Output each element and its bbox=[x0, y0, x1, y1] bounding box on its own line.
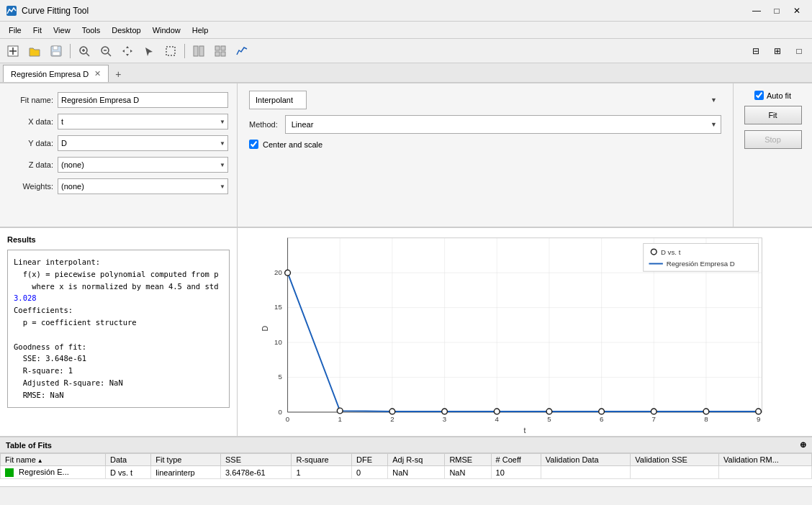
method-select[interactable]: Linear bbox=[285, 115, 721, 134]
stop-button[interactable]: Stop bbox=[744, 130, 802, 149]
minimize-button[interactable]: — bbox=[747, 4, 766, 18]
plot-button[interactable] bbox=[232, 42, 252, 60]
save-button[interactable] bbox=[46, 42, 66, 60]
pan-button[interactable] bbox=[117, 42, 137, 60]
data-point-2 bbox=[389, 409, 395, 414]
results-line-10: RMSE: NaN bbox=[14, 389, 223, 401]
window-title: Curve Fitting Tool bbox=[22, 6, 747, 16]
title-bar: Curve Fitting Tool — □ ✕ bbox=[0, 0, 812, 22]
weights-select[interactable]: (none) bbox=[58, 178, 228, 194]
col-validation-rm[interactable]: Validation RM... bbox=[719, 454, 812, 466]
fit-name-input[interactable] bbox=[58, 92, 228, 108]
center-scale-checkbox[interactable] bbox=[249, 140, 258, 149]
svg-text:20: 20 bbox=[274, 268, 282, 276]
fit-type-select[interactable]: Interpolant bbox=[249, 91, 307, 109]
new-fit-button[interactable] bbox=[3, 42, 23, 60]
menu-file[interactable]: File bbox=[3, 24, 27, 36]
cell-adj-rsq: NaN bbox=[388, 466, 445, 479]
svg-text:2: 2 bbox=[390, 415, 394, 423]
close-button[interactable]: ✕ bbox=[788, 4, 806, 18]
menu-bar: File Fit View Tools Desktop Window Help bbox=[0, 22, 812, 39]
results-line-6: Goodness of fit: bbox=[14, 341, 223, 353]
tab-add-button[interactable]: + bbox=[110, 66, 126, 82]
results-line-5: p = coefficient structure bbox=[14, 317, 223, 329]
col-validation-data[interactable]: Validation Data bbox=[541, 454, 630, 466]
col-adj-rsq[interactable]: Adj R-sq bbox=[388, 454, 445, 466]
top-area: Fit name: X data: t Y data: D Z data: bbox=[0, 83, 812, 227]
fit-button[interactable]: Fit bbox=[744, 106, 802, 124]
svg-text:9: 9 bbox=[757, 415, 760, 423]
menu-tools[interactable]: Tools bbox=[76, 24, 107, 36]
table-header-bar: Table of Fits ⊕ bbox=[0, 437, 812, 453]
menu-help[interactable]: Help bbox=[186, 24, 215, 36]
menu-fit[interactable]: Fit bbox=[27, 24, 48, 36]
x-data-label: X data: bbox=[9, 117, 53, 126]
svg-text:3: 3 bbox=[443, 415, 446, 423]
brush-button[interactable] bbox=[161, 42, 181, 60]
y-data-select[interactable]: D bbox=[58, 135, 228, 151]
cell-n-coeff: 10 bbox=[491, 466, 541, 479]
table-header-row: Fit name▲ Data Fit type SSE R-square DFE… bbox=[1, 454, 812, 466]
zoom-in-button[interactable] bbox=[74, 42, 94, 60]
maximize-button[interactable]: □ bbox=[767, 4, 786, 18]
restore-button[interactable]: ⊞ bbox=[767, 42, 788, 60]
menu-desktop[interactable]: Desktop bbox=[106, 24, 146, 36]
tab-close-button[interactable]: ✕ bbox=[94, 69, 101, 78]
results-line-2: f(x) = piecewise polynomial computed fro… bbox=[14, 268, 223, 281]
data-point-9 bbox=[756, 409, 762, 414]
y-data-row: Y data: D bbox=[9, 135, 228, 151]
y-data-label: Y data: bbox=[9, 139, 53, 147]
col-rmse[interactable]: RMSE bbox=[445, 454, 491, 466]
col-rsquare[interactable]: R-square bbox=[292, 454, 352, 466]
toolbar-separator-2 bbox=[184, 44, 185, 58]
grid-button[interactable] bbox=[210, 42, 230, 60]
svg-text:0: 0 bbox=[278, 408, 281, 416]
tile-button[interactable] bbox=[189, 42, 209, 60]
cell-rsquare: 1 bbox=[292, 466, 352, 479]
svg-text:8: 8 bbox=[704, 415, 708, 423]
data-point-6 bbox=[599, 409, 605, 414]
open-button[interactable] bbox=[24, 42, 45, 60]
svg-rect-5 bbox=[53, 46, 58, 50]
col-validation-sse[interactable]: Validation SSE bbox=[631, 454, 719, 466]
std-value-link[interactable]: 3.028 bbox=[14, 294, 37, 302]
fit-form-panel: Fit name: X data: t Y data: D Z data: bbox=[0, 83, 238, 227]
cell-rmse: NaN bbox=[445, 466, 491, 479]
autofit-checkbox[interactable] bbox=[754, 91, 764, 100]
sort-arrow-fit-name: ▲ bbox=[37, 458, 43, 464]
results-line-7: SSE: 3.648e-61 bbox=[14, 352, 223, 365]
weights-label: Weights: bbox=[9, 182, 53, 191]
full-button[interactable]: □ bbox=[789, 42, 809, 60]
svg-rect-19 bbox=[215, 52, 220, 56]
menu-window[interactable]: Window bbox=[147, 24, 186, 36]
data-point-7 bbox=[651, 409, 657, 414]
table-row[interactable]: Regresión E... D vs. t linearinterp 3.64… bbox=[1, 466, 812, 479]
svg-rect-14 bbox=[166, 47, 175, 55]
col-fit-type[interactable]: Fit type bbox=[151, 454, 221, 466]
results-panel: Results Linear interpolant: f(x) = piece… bbox=[0, 228, 238, 436]
svg-rect-16 bbox=[199, 46, 204, 56]
col-sse[interactable]: SSE bbox=[221, 454, 292, 466]
col-n-coeff[interactable]: # Coeff bbox=[491, 454, 541, 466]
svg-text:1: 1 bbox=[338, 415, 342, 423]
menu-view[interactable]: View bbox=[48, 24, 76, 36]
fit-name-label: Fit name: bbox=[9, 96, 53, 104]
chart-svg: 0 5 10 15 20 0 1 2 3 4 5 6 7 8 9 D t bbox=[240, 231, 809, 433]
col-dfe[interactable]: DFE bbox=[352, 454, 388, 466]
svg-line-12 bbox=[108, 53, 111, 56]
svg-text:D: D bbox=[261, 325, 269, 331]
z-data-select[interactable]: (none) bbox=[58, 157, 228, 173]
x-data-select-wrapper: t bbox=[58, 114, 228, 129]
data-cursor-button[interactable] bbox=[139, 42, 159, 60]
data-point-3 bbox=[442, 409, 448, 414]
cell-validation-sse bbox=[631, 466, 719, 479]
col-data[interactable]: Data bbox=[105, 454, 150, 466]
tab-regression-empresa-d[interactable]: Regresión Empresa D ✕ bbox=[3, 65, 109, 82]
col-fit-name[interactable]: Fit name▲ bbox=[1, 454, 106, 466]
zoom-out-button[interactable] bbox=[96, 42, 116, 60]
app-icon bbox=[6, 5, 17, 17]
x-data-select[interactable]: t bbox=[58, 114, 228, 129]
undock-button[interactable]: ⊟ bbox=[746, 42, 766, 60]
table-expand-icon[interactable]: ⊕ bbox=[800, 440, 806, 450]
svg-text:4: 4 bbox=[495, 415, 500, 423]
